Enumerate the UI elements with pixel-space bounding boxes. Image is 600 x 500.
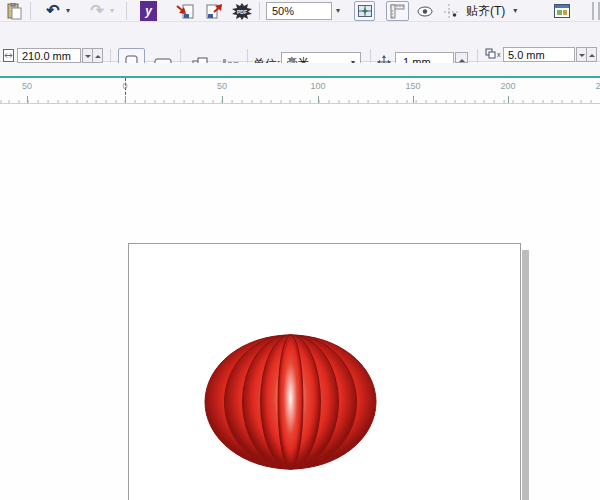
- show-rulers-button[interactable]: [386, 1, 409, 21]
- zoom-level-dropdown[interactable]: ▾: [336, 7, 340, 15]
- redo-button[interactable]: ↷: [86, 2, 108, 20]
- toolbar-gap-band: [0, 63, 600, 76]
- ruler-minor-ticks: [0, 100, 600, 103]
- zoom-level-combobox[interactable]: 50%: [266, 2, 332, 20]
- snap-to-button[interactable]: 贴齐(T) ▾: [466, 2, 517, 20]
- clipped-toolbar-fragment: [592, 2, 600, 20]
- ruler-major-tick: [222, 96, 223, 103]
- import-button[interactable]: [174, 2, 196, 20]
- property-bar: 210.0 mm 297.0 mm: [0, 22, 600, 62]
- svg-text:PDF: PDF: [237, 9, 247, 15]
- paste-button[interactable]: [4, 2, 24, 20]
- duplicate-distance-x-icon: x: [485, 48, 501, 60]
- zoom-level-value: 50%: [272, 5, 294, 17]
- publish-to-pdf-button[interactable]: PDF: [230, 2, 254, 20]
- show-grid-button[interactable]: [414, 1, 435, 21]
- paste-icon: [6, 3, 23, 20]
- duplicate-x-spinners: [577, 47, 597, 62]
- ruler-major-tick: [27, 96, 28, 103]
- chevron-down-icon: ▾: [110, 7, 114, 15]
- lantern-segment-inner[interactable]: [278, 335, 303, 469]
- fullscreen-preview-button[interactable]: [354, 1, 375, 21]
- guidelines-icon: [444, 4, 458, 18]
- rulers-icon: [390, 4, 405, 19]
- ruler-label: 0: [122, 81, 127, 91]
- separator: [259, 2, 260, 20]
- ruler-major-tick: [125, 96, 126, 103]
- standard-toolbar: ↶ ▾ ↷ ▾ y: [0, 0, 600, 22]
- coreldraw-window: ↶ ▾ ↷ ▾ y: [0, 0, 600, 500]
- ruler-label: 150: [405, 81, 420, 91]
- pdf-icon: PDF: [231, 3, 253, 20]
- corel-launcher-icon: y: [140, 1, 157, 21]
- export-button[interactable]: [203, 2, 225, 20]
- import-icon: [176, 3, 194, 19]
- export-icon: [205, 3, 223, 19]
- spin-up-button[interactable]: [586, 47, 597, 62]
- redo-icon: ↷: [90, 3, 103, 19]
- separator: [30, 2, 31, 20]
- ruler-label: 200: [500, 81, 515, 91]
- ruler[interactable]: 50050100150200250: [0, 78, 600, 104]
- paper-width-field[interactable]: 210.0 mm: [17, 48, 81, 63]
- ruler-major-tick: [318, 96, 319, 103]
- paper-width-value: 210.0 mm: [22, 50, 71, 62]
- ruler-label: 100: [310, 81, 325, 91]
- separator: [126, 2, 127, 20]
- ruler-label: 50: [22, 81, 32, 91]
- undo-button[interactable]: ↶: [42, 2, 64, 20]
- lantern-drawing[interactable]: [203, 333, 378, 472]
- chevron-down-icon: ▾: [66, 7, 70, 15]
- chevron-down-icon: ▾: [513, 7, 517, 15]
- show-guidelines-button[interactable]: [440, 1, 461, 21]
- duplicate-distance-x-value: 5.0 mm: [508, 49, 545, 61]
- spin-up-button[interactable]: [92, 48, 103, 63]
- undo-icon: ↶: [46, 3, 59, 19]
- ruler-label: 250: [595, 81, 600, 91]
- eye-icon: [417, 6, 433, 17]
- page-shadow: [522, 250, 529, 500]
- options-window-icon: [554, 4, 570, 18]
- application-launcher-button[interactable]: y: [140, 1, 157, 21]
- redo-dropdown[interactable]: ▾: [110, 7, 114, 15]
- drawing-workspace[interactable]: [0, 104, 600, 500]
- undo-dropdown[interactable]: ▾: [66, 7, 70, 15]
- chevron-down-icon: ▾: [336, 7, 340, 15]
- ruler-major-tick: [413, 96, 414, 103]
- fullscreen-preview-icon: [358, 5, 372, 17]
- paper-width-icon: [3, 49, 14, 62]
- duplicate-distance-x-field[interactable]: 5.0 mm: [503, 47, 575, 62]
- ruler-major-tick: [508, 96, 509, 103]
- paper-width-spinners: [83, 48, 103, 63]
- options-button[interactable]: [551, 2, 572, 20]
- snap-to-label: 贴齐(T): [466, 3, 505, 20]
- dup-x-subscript: x: [497, 51, 501, 58]
- clipped-icon: [592, 2, 600, 20]
- ruler-label: 50: [217, 81, 227, 91]
